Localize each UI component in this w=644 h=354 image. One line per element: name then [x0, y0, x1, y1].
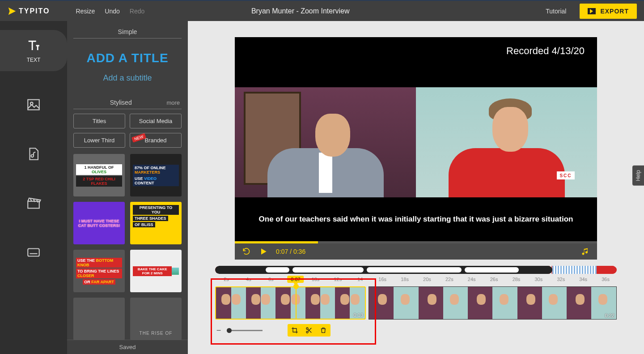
export-button[interactable]: EXPORT: [580, 4, 637, 19]
new-badge: NEW: [131, 133, 146, 143]
captions-icon: [26, 245, 41, 260]
ruler-tick: 36s: [602, 277, 610, 282]
restart-icon[interactable]: [242, 247, 251, 256]
simple-header: Simple: [73, 26, 182, 38]
ruler-tick: 22s: [445, 277, 453, 282]
chip-social[interactable]: Social Media: [130, 114, 182, 128]
audio-file-icon: [26, 146, 41, 162]
ruler-tick: 18s: [401, 277, 409, 282]
top-bar: TYPITO Resize Undo Redo Bryan Munter - Z…: [0, 0, 644, 21]
stylised-more[interactable]: more: [166, 99, 180, 106]
help-tab[interactable]: Help: [632, 166, 644, 186]
zoom-slider[interactable]: [227, 330, 263, 331]
ruler-tick: 12s: [334, 277, 342, 282]
time-ruler[interactable]: 2s4s6s10s12s1416s18s20s22s24s26s28s30s32…: [215, 277, 617, 285]
template-thumb[interactable]: THE RISE OF: [130, 298, 182, 340]
template-thumb[interactable]: I MUST HAVE THESE CAT BUTT COSTERS!: [73, 202, 125, 244]
clapper-icon: [26, 196, 41, 211]
svg-rect-4: [28, 249, 39, 256]
audio-track[interactable]: [215, 266, 617, 274]
simple-title-template[interactable]: ADD A TITLE Add a subtitle: [73, 43, 182, 96]
stylised-header: Stylised more: [73, 96, 182, 109]
ruler-tick: 30s: [535, 277, 543, 282]
video-left-person: [235, 87, 416, 197]
music-icon[interactable]: [581, 247, 590, 256]
video-right-person: SCC: [416, 87, 597, 197]
rail-text[interactable]: TEXT: [0, 30, 67, 71]
clip-duration: 0:22: [605, 313, 614, 318]
ruler-tick: 16s: [378, 277, 386, 282]
time-display: 0:07 / 0:36: [276, 248, 305, 255]
svg-rect-1: [28, 100, 39, 110]
template-thumb[interactable]: USE THE BOTTOM KNOB TO BRING THE LINES C…: [73, 250, 125, 292]
text-panel: Simple ADD A TITLE Add a subtitle Stylis…: [67, 21, 188, 354]
template-thumb[interactable]: BAKE THE CAKE FOR 2 MINS: [130, 250, 182, 292]
template-thumb[interactable]: 1 HANDFUL OF OLIVES 2 TSP RED CHILI FLAK…: [73, 154, 125, 196]
crop-icon[interactable]: [288, 324, 302, 337]
clips-row: 0:13 0:22: [215, 286, 617, 320]
stylised-label: Stylised: [75, 99, 166, 106]
export-icon: [588, 8, 596, 14]
clip-tools: [288, 324, 330, 337]
zoom-controls: −: [215, 324, 617, 337]
ruler-tick: 10s: [312, 277, 320, 282]
rail-audio[interactable]: [0, 138, 67, 170]
ruler-tick: 20s: [423, 277, 431, 282]
template-title: ADD A TITLE: [73, 51, 182, 65]
recorded-overlay: Recorded 4/13/20: [506, 45, 585, 57]
svg-point-7: [306, 328, 308, 329]
clip-1[interactable]: 0:13: [215, 286, 366, 320]
template-subtitle: Add a subtitle: [73, 73, 182, 83]
caption-text: One of our teachers said when it was ini…: [259, 215, 573, 224]
rail-video[interactable]: [0, 188, 67, 219]
template-thumb[interactable]: 87% OF ONLINE MARKETERS USE VIDEO CONTEN…: [130, 154, 182, 196]
rail-image[interactable]: [0, 89, 67, 120]
template-thumb[interactable]: [73, 298, 125, 340]
simple-label: Simple: [75, 28, 180, 35]
player-controls: 0:07 / 0:36: [235, 243, 597, 260]
ruler-tick: 34s: [579, 277, 587, 282]
clip-2[interactable]: 0:22: [369, 286, 617, 320]
svg-marker-0: [8, 7, 16, 15]
text-icon: [26, 38, 41, 53]
video-preview[interactable]: Recorded 4/13/20 SCC One of our teachers…: [235, 37, 597, 243]
zoom-out[interactable]: −: [215, 326, 222, 335]
brand-text: TYPITO: [19, 7, 50, 15]
logo-icon: [7, 6, 17, 16]
project-title[interactable]: Bryan Munter - Zoom Interview: [63, 7, 538, 15]
canvas-area: Recorded 4/13/20 SCC One of our teachers…: [188, 21, 644, 354]
logo[interactable]: TYPITO: [7, 6, 50, 16]
saved-status: Saved: [67, 340, 188, 354]
progress-bar[interactable]: [235, 241, 597, 243]
timeline: 2s4s6s10s12s1416s18s20s22s24s26s28s30s32…: [215, 266, 617, 337]
clip-duration: 0:13: [354, 312, 363, 318]
playhead[interactable]: [296, 286, 297, 320]
ruler-tick: 4s: [246, 277, 251, 282]
tutorial-link[interactable]: Tutorial: [546, 8, 566, 15]
playhead-badge[interactable]: 0:07: [287, 276, 304, 283]
ruler-tick: 32s: [557, 277, 565, 282]
ruler-tick: 6s: [268, 277, 274, 282]
chip-branded[interactable]: NEW Branded: [130, 133, 182, 148]
rail-text-label: TEXT: [27, 57, 41, 63]
top-right: Tutorial EXPORT: [546, 4, 637, 19]
left-rail: TEXT: [0, 21, 67, 354]
image-icon: [26, 97, 41, 112]
svg-marker-6: [261, 248, 267, 254]
ruler-tick: 28s: [513, 277, 521, 282]
play-icon[interactable]: [259, 247, 268, 256]
template-thumb[interactable]: PRESENTING TO YOU THREE SHADES OF BLISS: [130, 202, 182, 244]
chip-titles[interactable]: Titles: [73, 114, 125, 128]
svg-point-8: [306, 331, 308, 333]
ruler-tick: 26s: [490, 277, 498, 282]
rail-captions[interactable]: [0, 237, 67, 268]
ruler-tick: 2s: [224, 277, 229, 282]
ruler-tick: 24s: [468, 277, 476, 282]
chip-lower-third[interactable]: Lower Third: [73, 133, 125, 148]
export-label: EXPORT: [600, 8, 629, 15]
chip-branded-label: Branded: [144, 137, 166, 144]
ruler-tick: 14: [357, 277, 363, 282]
trash-icon[interactable]: [316, 324, 330, 337]
scissors-icon[interactable]: [302, 324, 316, 337]
